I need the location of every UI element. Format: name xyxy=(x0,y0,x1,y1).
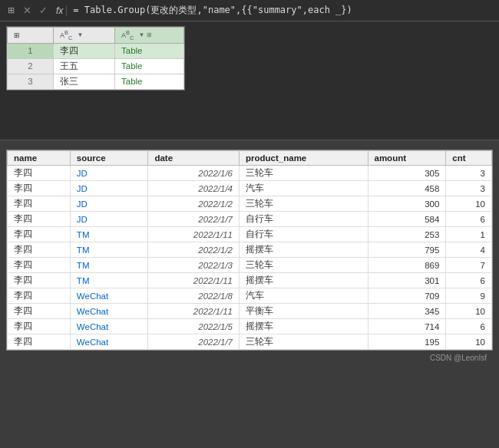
th-cnt[interactable]: cnt xyxy=(446,151,492,166)
cell-source: TM xyxy=(70,258,148,273)
data-table: namesourcedateproduct_nameamountcnt 李四JD… xyxy=(7,150,492,350)
cell-amount: 714 xyxy=(368,319,446,334)
cell-date: 2022/1/5 xyxy=(148,319,240,334)
data-table-row: 李四WeChat2022/1/8汽车7099 xyxy=(8,288,492,304)
row-number: 3 xyxy=(8,74,54,89)
data-table-row: 李四WeChat2022/1/7三轮车19510 xyxy=(8,334,492,350)
th-name[interactable]: name xyxy=(8,151,71,166)
cell-name: 李四 xyxy=(8,212,71,227)
cell-cnt: 6 xyxy=(446,273,492,288)
formula-bar: ⊞ ✕ ✓ fx = Table.Group(更改的类型,"name",{{"s… xyxy=(0,0,499,21)
summary-cell: Table xyxy=(115,43,184,58)
grid-icon: ⊞ xyxy=(5,5,18,15)
name-sort-icon[interactable]: ▼ xyxy=(77,31,83,38)
cell-date: 2022/1/7 xyxy=(148,334,240,350)
cell-product_name: 三轮车 xyxy=(240,196,368,212)
cell-source: WeChat xyxy=(70,319,148,334)
cell-source: WeChat xyxy=(70,334,148,350)
cell-amount: 300 xyxy=(368,196,446,212)
cell-source: JD xyxy=(70,212,148,227)
cell-source: JD xyxy=(70,196,148,212)
cell-amount: 869 xyxy=(368,258,446,273)
cell-product_name: 摇摆车 xyxy=(240,319,368,334)
cell-product_name: 汽车 xyxy=(240,288,368,304)
summary-type-icon: ABC xyxy=(121,29,134,41)
data-table-row: 李四JD2022/1/4汽车4583 xyxy=(8,181,492,196)
cell-amount: 795 xyxy=(368,242,446,258)
cell-name: 李四 xyxy=(8,319,71,334)
cell-cnt: 10 xyxy=(446,304,492,319)
confirm-icon[interactable]: ✓ xyxy=(37,5,50,16)
cancel-icon[interactable]: ✕ xyxy=(21,5,34,16)
cell-cnt: 3 xyxy=(446,181,492,196)
cell-amount: 253 xyxy=(368,227,446,242)
small-table-container: ⊞ ABC ▼ ABC ▼ ⊞ xyxy=(6,26,185,91)
fx-label: fx xyxy=(53,5,67,16)
small-table-row[interactable]: 2 王五 Table xyxy=(8,58,184,74)
data-table-container: namesourcedateproduct_nameamountcnt 李四JD… xyxy=(6,150,493,351)
th-row-num: ⊞ xyxy=(8,28,54,44)
cell-product_name: 平衡车 xyxy=(240,304,368,319)
small-table-row[interactable]: 3 张三 Table xyxy=(8,74,184,89)
data-table-row: 李四TM2022/1/11摇摆车3016 xyxy=(8,273,492,288)
cell-name: 李四 xyxy=(8,304,71,319)
cell-date: 2022/1/2 xyxy=(148,196,240,212)
cell-source: WeChat xyxy=(70,288,148,304)
cell-cnt: 10 xyxy=(446,334,492,350)
name-cell: 张三 xyxy=(54,74,115,89)
cell-product_name: 三轮车 xyxy=(240,334,368,350)
cell-source: TM xyxy=(70,227,148,242)
cell-product_name: 自行车 xyxy=(240,227,368,242)
th-summary[interactable]: ABC ▼ ⊞ xyxy=(115,28,184,44)
data-table-row: 李四WeChat2022/1/5摇摆车7146 xyxy=(8,319,492,334)
cell-name: 李四 xyxy=(8,227,71,242)
watermark: CSDN @LeonIsf xyxy=(6,351,493,364)
cell-cnt: 7 xyxy=(446,258,492,273)
cell-date: 2022/1/3 xyxy=(148,258,240,273)
cell-product_name: 三轮车 xyxy=(240,166,368,181)
cell-source: TM xyxy=(70,273,148,288)
cell-name: 李四 xyxy=(8,196,71,212)
data-table-row: 李四TM2022/1/2摇摆车7954 xyxy=(8,242,492,258)
top-area: ⊞ ABC ▼ ABC ▼ ⊞ xyxy=(0,21,499,140)
cell-date: 2022/1/2 xyxy=(148,242,240,258)
formula-text: = Table.Group(更改的类型,"name",{{"summary",e… xyxy=(73,4,352,17)
th-source[interactable]: source xyxy=(70,151,148,166)
name-cell: 李四 xyxy=(54,43,115,58)
th-product_name[interactable]: product_name xyxy=(240,151,368,166)
data-table-row: 李四TM2022/1/11自行车2531 xyxy=(8,227,492,242)
cell-cnt: 10 xyxy=(446,196,492,212)
cell-product_name: 三轮车 xyxy=(240,258,368,273)
cell-date: 2022/1/4 xyxy=(148,181,240,196)
cell-source: WeChat xyxy=(70,304,148,319)
cell-name: 李四 xyxy=(8,181,71,196)
th-date[interactable]: date xyxy=(148,151,240,166)
cell-amount: 301 xyxy=(368,273,446,288)
row-number: 1 xyxy=(8,43,54,58)
cell-amount: 584 xyxy=(368,212,446,227)
cell-name: 李四 xyxy=(8,166,71,181)
name-type-icon: ABC xyxy=(60,29,72,41)
cell-name: 李四 xyxy=(8,258,71,273)
cell-amount: 458 xyxy=(368,181,446,196)
cell-date: 2022/1/11 xyxy=(148,273,240,288)
cell-amount: 305 xyxy=(368,166,446,181)
name-cell: 王五 xyxy=(54,58,115,74)
cell-cnt: 6 xyxy=(446,319,492,334)
small-table-row[interactable]: 1 李四 Table xyxy=(8,43,184,58)
summary-sort-icon[interactable]: ▼ xyxy=(138,31,144,38)
cell-name: 李四 xyxy=(8,288,71,304)
cell-cnt: 4 xyxy=(446,242,492,258)
summary-extra-icon: ⊞ xyxy=(147,31,152,38)
cell-amount: 195 xyxy=(368,334,446,350)
cell-amount: 345 xyxy=(368,304,446,319)
th-name[interactable]: ABC ▼ xyxy=(54,28,115,44)
cell-source: JD xyxy=(70,181,148,196)
summary-cell: Table xyxy=(115,74,184,89)
cell-cnt: 6 xyxy=(446,212,492,227)
cell-amount: 709 xyxy=(368,288,446,304)
data-table-row: 李四TM2022/1/3三轮车8697 xyxy=(8,258,492,273)
data-table-row: 李四JD2022/1/7自行车5846 xyxy=(8,212,492,227)
th-amount[interactable]: amount xyxy=(368,151,446,166)
cell-source: TM xyxy=(70,242,148,258)
